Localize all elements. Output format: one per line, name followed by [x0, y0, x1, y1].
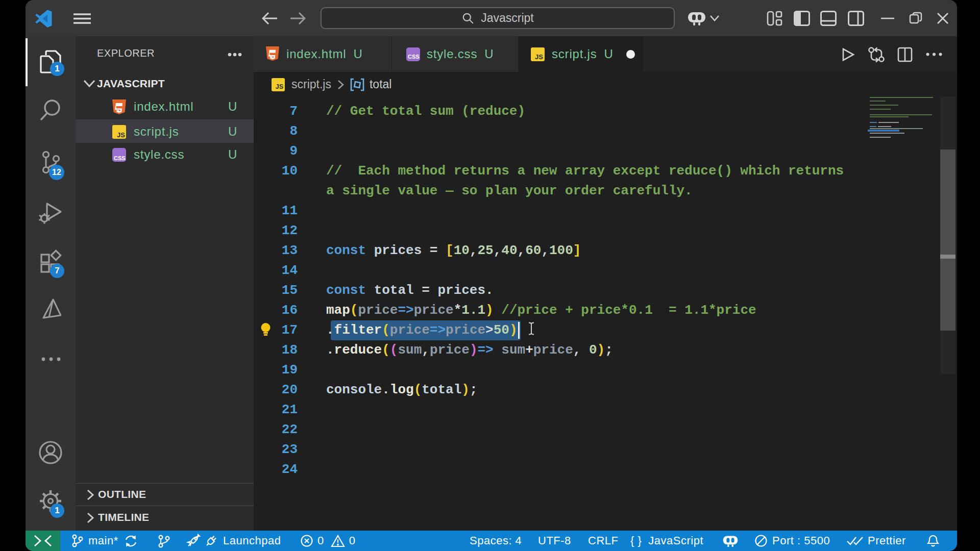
- svg-text:CSS: CSS: [408, 54, 420, 60]
- svg-text:JS: JS: [535, 53, 543, 61]
- svg-text:JS: JS: [276, 83, 283, 90]
